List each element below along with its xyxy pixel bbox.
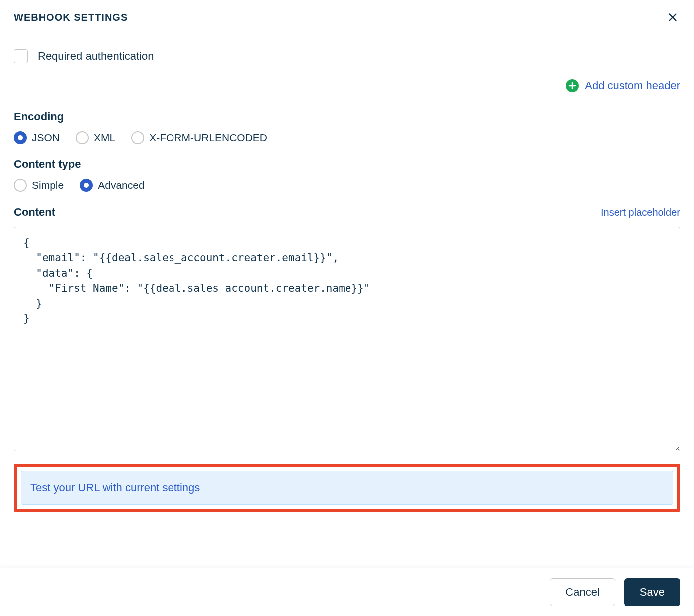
content-type-label: Content type — [14, 158, 680, 171]
encoding-radio-group: JSON XML X-FORM-URLENCODED — [14, 131, 680, 144]
content-header-row: Content Insert placeholder — [14, 206, 680, 219]
content-label: Content — [14, 206, 55, 219]
content-textarea[interactable] — [14, 227, 680, 451]
close-icon — [667, 12, 678, 23]
close-button[interactable] — [665, 10, 680, 25]
encoding-xml-label: XML — [94, 132, 115, 144]
test-url-highlight: Test your URL with current settings — [14, 464, 680, 512]
radio-unselected-icon — [14, 179, 27, 192]
encoding-xform-label: X-FORM-URLENCODED — [149, 132, 267, 144]
encoding-xform-option[interactable]: X-FORM-URLENCODED — [131, 131, 267, 144]
radio-unselected-icon — [131, 131, 144, 144]
content-type-advanced-label: Advanced — [98, 179, 144, 191]
dialog-header: WEBHOOK SETTINGS — [0, 0, 694, 35]
test-url-box[interactable]: Test your URL with current settings — [21, 471, 673, 505]
plus-icon — [566, 79, 579, 92]
auth-checkbox-row: Required authentication — [14, 49, 680, 63]
encoding-json-option[interactable]: JSON — [14, 131, 60, 144]
encoding-label: Encoding — [14, 110, 680, 123]
insert-placeholder-link[interactable]: Insert placeholder — [601, 207, 680, 218]
dialog-title: WEBHOOK SETTINGS — [14, 12, 128, 23]
add-custom-header-row[interactable]: Add custom header — [14, 79, 680, 92]
content-type-simple-label: Simple — [32, 179, 64, 191]
dialog-body: Required authentication Add custom heade… — [0, 35, 694, 522]
radio-unselected-icon — [76, 131, 89, 144]
required-auth-checkbox[interactable] — [14, 49, 28, 63]
cancel-button[interactable]: Cancel — [550, 578, 615, 606]
required-auth-label: Required authentication — [38, 50, 154, 63]
content-type-simple-option[interactable]: Simple — [14, 179, 64, 192]
encoding-json-label: JSON — [32, 132, 60, 144]
add-custom-header-link[interactable]: Add custom header — [585, 79, 680, 92]
save-button[interactable]: Save — [624, 578, 680, 606]
radio-selected-icon — [14, 131, 27, 144]
dialog-footer: Cancel Save — [0, 568, 694, 616]
radio-selected-icon — [80, 179, 93, 192]
test-url-link[interactable]: Test your URL with current settings — [30, 481, 200, 494]
encoding-xml-option[interactable]: XML — [76, 131, 115, 144]
content-type-radio-group: Simple Advanced — [14, 179, 680, 192]
content-type-advanced-option[interactable]: Advanced — [80, 179, 144, 192]
